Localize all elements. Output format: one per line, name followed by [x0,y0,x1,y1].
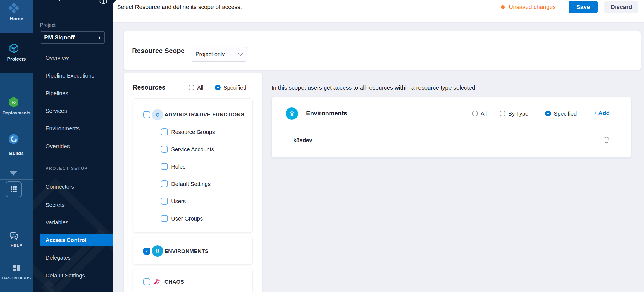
radio-label[interactable]: By Type [508,111,528,117]
topbar: Select Resource and define its scope of … [113,0,644,23]
radio-label[interactable]: All [197,85,203,91]
page-subtitle: Select Resource and define its scope of … [117,4,242,10]
project-label: Project [40,22,56,28]
project-sidebar: All Projects Project PM Signoff › Overvi… [33,0,113,292]
resource-scope-label: Resource Scope [132,47,185,55]
environments-icon [286,107,298,120]
checkbox-label[interactable]: User Groups [171,216,203,222]
resource-group-environments: ✓ ENVIRONMENTS [133,237,253,265]
discard-button[interactable]: Discard [604,1,638,13]
resources-title: Resources [133,84,166,91]
rail-item-projects[interactable]: Projects [0,33,33,73]
sidebar-item-pipeline-executions[interactable]: Pipeline Executions [33,69,113,82]
resource-scope-dropdown[interactable]: Project only [191,47,247,62]
resource-group-label[interactable]: CHAOS [164,279,184,285]
rail-item-label: Builds [0,151,33,156]
card-divider [282,125,621,125]
resource-group-chaos: CHAOS [133,269,253,292]
users-checkbox[interactable] [161,198,168,205]
save-button[interactable]: Save [569,1,598,13]
builds-icon [8,133,19,145]
checkbox-label[interactable]: Roles [171,164,185,170]
checkbox-label[interactable]: Service Accounts [171,146,214,153]
resource-group-admin-functions: ADMINISTRATIVE FUNCTIONS Resource Groups… [133,98,253,233]
rail-item-label: Deployments [0,111,33,116]
environments-icon [152,245,163,257]
rail-item-builds[interactable]: Builds [0,133,33,161]
sidebar-item-services[interactable]: Services [33,104,113,117]
rail-item-label: HELP [0,243,33,248]
project-setup-section-label: PROJECT SETUP [46,166,88,171]
project-name: PM Signoff [44,34,98,41]
service-accounts-checkbox[interactable] [161,146,168,153]
rail-item-deployments[interactable]: ∞ Deployments [0,95,33,123]
delete-environment-button[interactable] [603,136,612,145]
rail-item-label: DASHBOARDS [0,276,33,280]
chaos-checkbox[interactable] [143,278,150,285]
user-groups-checkbox[interactable] [161,215,168,222]
environments-detail-card: Environments All By Type Specified + Add… [271,97,631,158]
unsaved-changes-label: Unsaved changes [509,4,556,10]
sidebar-item-overview[interactable]: Overview [33,51,113,64]
resource-group-label[interactable]: ADMINISTRATIVE FUNCTIONS [164,112,244,118]
rail-item-dashboards[interactable]: DASHBOARDS [0,264,33,286]
rail-section-divider [0,179,33,180]
help-icon: ? [9,231,19,241]
resource-groups-checkbox[interactable] [161,128,168,135]
radio-label[interactable]: Specified [223,85,246,91]
environment-item-name: k8sdev [293,137,312,143]
admin-functions-icon [152,109,163,120]
home-icon [8,2,20,14]
module-grid-button[interactable] [6,181,22,197]
sidebar-item-templates[interactable]: Templates [33,288,113,292]
resource-group-label[interactable]: ENVIRONMENTS [164,248,209,254]
sidebar-header-title[interactable]: All Projects [40,0,72,2]
rail-item-label: Projects [0,56,33,62]
project-selector[interactable]: PM Signoff › [40,31,105,44]
trash-icon [603,136,610,143]
environments-checkbox[interactable]: ✓ [143,248,150,255]
sidebar-divider [40,12,106,12]
sidebar-item-environments[interactable]: Environments [33,122,113,135]
resources-radio-all[interactable] [189,85,194,90]
rail-item-home[interactable]: Home [0,0,33,33]
chevron-right-icon: › [98,34,101,41]
sidebar-item-secrets[interactable]: Secrets [33,198,113,211]
card-title: Environments [306,110,347,117]
resource-scope-value: Project only [195,51,239,58]
resource-scope-card: Resource Scope Project only [124,31,641,70]
cube-icon[interactable] [99,0,108,5]
radio-label[interactable]: All [481,111,487,117]
env-radio-all[interactable] [472,111,478,116]
checkbox-label[interactable]: Users [171,198,186,205]
add-resource-button[interactable]: + Add [593,110,610,116]
chevron-down-icon [238,51,243,56]
rail-item-label: Home [0,16,33,22]
module-rail: Home Projects ∞ Deployments [0,0,33,292]
chevron-down-icon[interactable] [9,171,18,176]
roles-checkbox[interactable] [161,163,168,170]
radio-label[interactable]: Specified [554,111,577,117]
default-settings-checkbox[interactable] [161,180,168,187]
sidebar-divider [40,158,72,158]
checkbox-label[interactable]: Resource Groups [171,129,215,135]
rail-item-help[interactable]: ? HELP [0,231,33,253]
deployments-icon: ∞ [8,96,20,108]
sidebar-item-connectors[interactable]: Connectors [33,180,113,193]
checkbox-label[interactable]: Default Settings [171,181,211,187]
harness-app: Home Projects ∞ Deployments [0,0,644,292]
resources-radio-specified[interactable] [215,85,221,90]
sidebar-item-variables[interactable]: Variables [33,216,113,229]
sidebar-item-delegates[interactable]: Delegates [33,251,113,264]
sidebar-item-pipelines[interactable]: Pipelines [33,87,113,100]
admin-functions-checkbox[interactable] [143,111,150,118]
main-content: Select Resource and define its scope of … [113,0,644,292]
env-radio-specified[interactable] [545,111,551,116]
chaos-icon [152,277,161,287]
env-radio-by-type[interactable] [500,111,505,116]
sidebar-item-default-settings[interactable]: Default Settings [33,269,113,282]
sidebar-item-access-control[interactable]: Access Control [40,234,113,246]
svg-text:∞: ∞ [12,99,16,105]
grid-icon [10,186,17,193]
sidebar-item-overrides[interactable]: Overrides [33,140,113,153]
